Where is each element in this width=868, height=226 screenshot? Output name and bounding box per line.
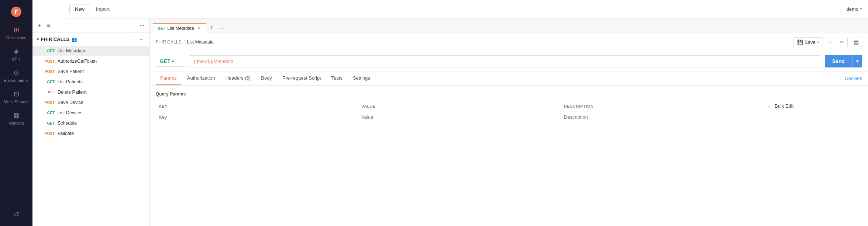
mock-servers-icon: ⊡ [14, 90, 19, 98]
key-cell-placeholder[interactable] [156, 111, 358, 123]
logo-icon: F [11, 7, 21, 17]
endpoint-item-authorize-get-token[interactable]: POST AuthorizeGetToken [32, 56, 149, 66]
star-button[interactable]: ☆ [129, 36, 137, 43]
collection-name: FHIR CALLS [41, 36, 69, 42]
tab-label: List Metadata [168, 26, 194, 31]
col-key: KEY [156, 101, 358, 111]
panel-more-button[interactable]: ··· [138, 21, 146, 29]
endpoint-name: List Metadata [58, 48, 85, 53]
sidebar-item-label: Collections [6, 35, 26, 40]
endpoint-item-delete-patient[interactable]: DEL Delete Patient [32, 87, 149, 97]
sidebar-item-mock-servers[interactable]: ⊡ Mock Servers [0, 86, 32, 108]
endpoint-name: Validate [58, 131, 74, 136]
collection-team-icon: 👥 [72, 37, 77, 42]
endpoint-item-schedule[interactable]: GET Schedule [32, 118, 149, 128]
send-label: Send [825, 55, 852, 67]
sidebar-item-collections[interactable]: ⊞ Collections [0, 22, 32, 44]
collections-panel: + ≡ ··· ▾ FHIR CALLS 👥 ☆ ··· GET List Me… [32, 18, 150, 226]
method-badge-get: GET [43, 49, 55, 53]
endpoint-name: Save Patient [58, 69, 84, 74]
endpoint-name: Schedule [58, 121, 77, 126]
tab-body[interactable]: Body [256, 72, 276, 85]
tab-more-button[interactable]: ··· [217, 24, 226, 33]
endpoint-item-save-patient[interactable]: POST Save Patient [32, 66, 149, 77]
panel-toolbar: + ≡ ··· [32, 18, 149, 33]
endpoint-item-validate[interactable]: POST Validate [32, 128, 149, 139]
description-cell-placeholder[interactable] [561, 111, 764, 123]
import-button[interactable]: Import [92, 4, 113, 14]
tab-settings[interactable]: Settings [348, 72, 375, 85]
new-button[interactable]: New [69, 4, 90, 14]
endpoints-list: GET List Metadata POST AuthorizeGetToken… [32, 46, 149, 139]
sidebar-item-monitors[interactable]: ⊠ Monitors [0, 108, 32, 129]
sidebar-item-label: APIs [12, 57, 20, 61]
endpoint-item-list-devices[interactable]: GET List Devices [32, 108, 149, 118]
method-badge-del: DEL [43, 90, 55, 94]
col-value: VALUE [358, 101, 561, 111]
bulk-edit-button[interactable]: Bulk Edit [775, 103, 793, 109]
environments-icon: ⊙ [14, 69, 19, 77]
endpoint-name: List Devices [58, 110, 82, 115]
add-tab-button[interactable]: + [207, 22, 217, 33]
docs-button[interactable]: ▤ [851, 37, 862, 47]
edit-button[interactable]: ✏ [837, 37, 848, 47]
apis-icon: ◈ [14, 47, 19, 55]
collections-icon: ⊞ [14, 26, 19, 34]
breadcrumb-actions: 💾 Save ▾ ··· ✏ ▤ [793, 37, 862, 47]
sidebar-item-environments[interactable]: ⊙ Environments [0, 65, 32, 86]
request-line: GET ▾ Send ▾ [150, 51, 868, 72]
save-button[interactable]: 💾 Save ▾ [793, 37, 823, 47]
endpoint-name: Save Device [58, 100, 83, 105]
demo-label: demo [846, 6, 858, 12]
breadcrumb-parent: FHIR CALLS [156, 39, 181, 45]
collection-row-icons: ☆ ··· [129, 36, 145, 43]
tab-pre-request-script[interactable]: Pre-request Script [278, 72, 326, 85]
sidebar-item-apis[interactable]: ◈ APIs [0, 44, 32, 65]
endpoint-name: List Patients [58, 79, 83, 84]
method-badge-get: GET [43, 80, 55, 84]
save-arrow-icon: ▾ [817, 40, 819, 44]
endpoint-item-list-patients[interactable]: GET List Patients [32, 77, 149, 87]
description-input[interactable] [564, 114, 761, 120]
active-tab[interactable]: GET List Metadata ✕ [153, 23, 206, 33]
topbar: New Import [65, 0, 868, 18]
sidebar-item-history[interactable]: ↺ [0, 207, 32, 222]
filter-button[interactable]: ≡ [45, 21, 52, 29]
endpoint-name: Delete Patient [58, 90, 87, 95]
main-area: FHIR CALLS / List Metadata 💾 Save ▾ ··· … [150, 33, 868, 226]
send-arrow-icon[interactable]: ▾ [852, 55, 862, 67]
request-tabs-row: Params Authorization Headers (6) Body Pr… [150, 72, 868, 86]
chevron-down-icon: ▾ [860, 7, 862, 11]
demo-selector[interactable]: demo ▾ [824, 0, 868, 18]
cookies-link[interactable]: Cookies [845, 72, 862, 85]
breadcrumb: FHIR CALLS / List Metadata 💾 Save ▾ ··· … [150, 33, 868, 51]
tab-close-button[interactable]: ✕ [196, 26, 202, 31]
key-input[interactable] [159, 114, 355, 120]
app-logo: F [0, 4, 32, 22]
tab-tests[interactable]: Tests [327, 72, 347, 85]
method-badge-get: GET [43, 111, 55, 115]
breadcrumb-current: List Metadata [187, 39, 214, 45]
method-badge-post: POST [43, 132, 55, 136]
collection-header[interactable]: ▾ FHIR CALLS 👥 ☆ ··· [32, 33, 149, 46]
tab-headers[interactable]: Headers (6) [221, 72, 255, 85]
breadcrumb-more-button[interactable]: ··· [826, 38, 834, 46]
endpoint-item-list-metadata[interactable]: GET List Metadata [32, 46, 149, 56]
params-section: Query Params KEY VALUE DESCRIPTION ··· B… [150, 86, 868, 226]
chevron-down-icon: ▾ [37, 37, 39, 41]
value-cell-placeholder[interactable] [358, 111, 561, 123]
url-input[interactable] [189, 55, 821, 67]
monitors-icon: ⊠ [14, 111, 19, 119]
col-bulk-edit: ··· Bulk Edit [764, 101, 862, 111]
method-select[interactable]: GET ▾ [156, 56, 185, 67]
collection-more-button[interactable]: ··· [138, 36, 145, 43]
endpoint-item-save-device[interactable]: POST Save Device [32, 97, 149, 108]
col-description: DESCRIPTION [561, 101, 764, 111]
method-badge-post: POST [43, 70, 55, 74]
sidebar-item-label: Environments [4, 78, 28, 83]
value-input[interactable] [361, 114, 558, 120]
add-collection-button[interactable]: + [36, 21, 42, 29]
send-button[interactable]: Send ▾ [825, 55, 862, 67]
tab-authorization[interactable]: Authorization [183, 72, 220, 85]
tab-params[interactable]: Params [156, 72, 181, 85]
